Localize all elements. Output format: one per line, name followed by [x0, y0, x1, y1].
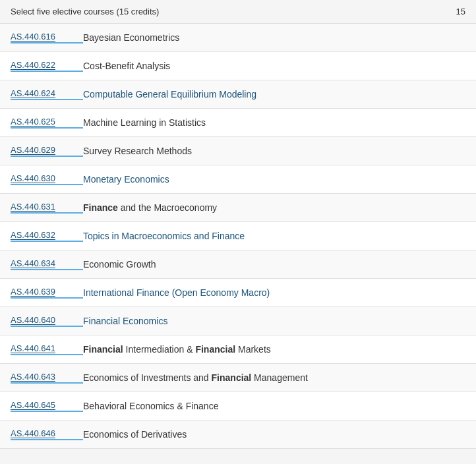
course-name: Economics of Derivatives [83, 429, 465, 440]
credits-count: 15 [456, 7, 465, 16]
section-label: Select five elective courses (15 credits… [11, 7, 159, 16]
course-name: Machine Learning in Statistics [83, 117, 465, 128]
table-row: AS.440.624Computable General Equilibrium… [0, 80, 476, 109]
course-name: Topics in Macroeconomics and Finance [83, 231, 465, 241]
course-code[interactable]: AS.440.632 [11, 230, 83, 242]
table-row: AS.440.643Economics of Investments and F… [0, 364, 476, 392]
table-row: AS.440.616Bayesian Econometrics [0, 24, 476, 52]
course-name: Bayesian Econometrics [83, 32, 465, 43]
course-code[interactable]: AS.440.622 [11, 60, 83, 72]
course-code[interactable]: AS.440.634 [11, 258, 83, 270]
course-code[interactable]: AS.440.641 [11, 343, 83, 355]
table-row: AS.440.625Machine Learning in Statistics [0, 109, 476, 137]
table-row: AS.440.634Economic Growth [0, 250, 476, 279]
course-name: Financial Intermediation & Financial Mar… [83, 344, 465, 355]
table-row: AS.440.632Topics in Macroeconomics and F… [0, 222, 476, 250]
table-row: AS.440.639International Finance (Open Ec… [0, 279, 476, 307]
course-name: Economic Growth [83, 259, 465, 270]
course-code[interactable]: AS.440.643 [11, 372, 83, 384]
course-code[interactable]: AS.440.646 [11, 428, 83, 440]
course-name: Financial Economics [83, 316, 465, 326]
course-code[interactable]: AS.440.640 [11, 315, 83, 327]
course-code[interactable]: AS.440.639 [11, 287, 83, 299]
course-list: AS.440.616Bayesian EconometricsAS.440.62… [0, 24, 476, 449]
course-name: Monetary Economics [83, 174, 465, 185]
table-row: AS.440.631Finance and the Macroeconomy [0, 194, 476, 222]
table-row: AS.440.645Behavioral Economics & Finance [0, 392, 476, 420]
course-name: Economics of Investments and Financial M… [83, 372, 465, 383]
section-header: Select five elective courses (15 credits… [0, 0, 476, 24]
course-code[interactable]: AS.440.625 [11, 117, 83, 129]
course-code[interactable]: AS.440.629 [11, 145, 83, 157]
course-name: Computable General Equilibrium Modeling [83, 89, 465, 100]
course-name: Behavioral Economics & Finance [83, 401, 465, 411]
table-row: AS.440.629Survey Research Methods [0, 137, 476, 165]
course-code[interactable]: AS.440.630 [11, 173, 83, 185]
course-code[interactable]: AS.440.645 [11, 400, 83, 412]
course-name: Finance and the Macroeconomy [83, 202, 465, 213]
course-name: Survey Research Methods [83, 146, 465, 156]
table-row: AS.440.622Cost-Benefit Analysis [0, 52, 476, 80]
course-name: Cost-Benefit Analysis [83, 61, 465, 71]
table-row: AS.440.630Monetary Economics [0, 165, 476, 194]
course-code[interactable]: AS.440.616 [11, 32, 83, 44]
table-row: AS.440.640Financial Economics [0, 307, 476, 335]
course-name: International Finance (Open Economy Macr… [83, 287, 465, 298]
table-row: AS.440.641Financial Intermediation & Fin… [0, 335, 476, 364]
course-code[interactable]: AS.440.631 [11, 202, 83, 214]
table-row: AS.440.646Economics of Derivatives [0, 420, 476, 449]
course-code[interactable]: AS.440.624 [11, 88, 83, 100]
